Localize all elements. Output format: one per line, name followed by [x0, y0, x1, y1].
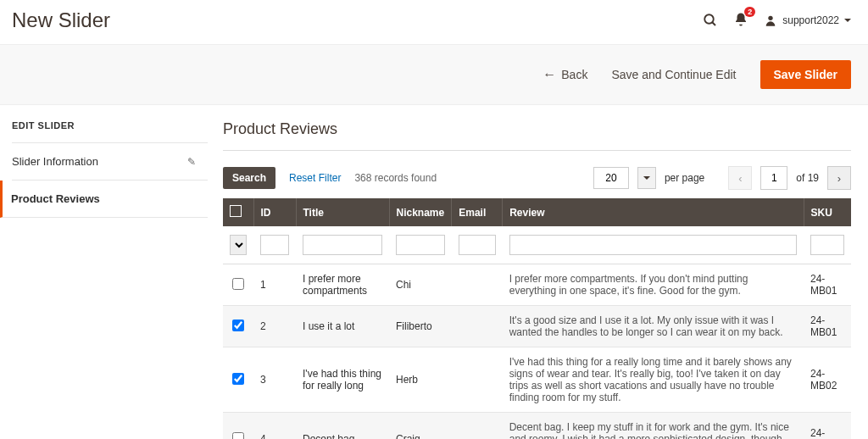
sidebar-item-slider-information[interactable]: Slider Information ✎: [12, 143, 208, 181]
cell-review: Decent bag. I keep my stuff in it for wo…: [503, 413, 804, 440]
user-name: support2022: [782, 14, 839, 26]
cell-id: 2: [253, 306, 296, 347]
cell-sku: 24-MB02: [804, 413, 851, 440]
filter-title-input[interactable]: [303, 235, 382, 255]
cell-nickname: Filiberto: [389, 306, 452, 347]
sidebar-item-product-reviews[interactable]: Product Reviews: [0, 181, 208, 218]
table-row[interactable]: 2I use it a lotFilibertoIt's a good size…: [223, 306, 851, 347]
filter-review-input[interactable]: [509, 235, 797, 255]
reset-filter-link[interactable]: Reset Filter: [289, 172, 341, 184]
cell-title: I use it a lot: [296, 306, 389, 347]
cell-nickname: Herb: [389, 347, 452, 413]
per-page-label: per page: [665, 172, 704, 184]
col-header-nickname[interactable]: Nickname: [389, 198, 452, 226]
filter-row: Any: [223, 226, 851, 264]
cell-sku: 24-MB01: [804, 306, 851, 347]
chevron-right-icon: ›: [837, 172, 841, 185]
search-button[interactable]: Search: [223, 167, 275, 189]
cell-sku: 24-MB02: [804, 347, 851, 413]
chevron-left-icon: ‹: [738, 172, 742, 185]
cell-title: Decent bag: [296, 413, 389, 440]
sidebar-item-label: Product Reviews: [11, 192, 100, 205]
col-header-checkbox[interactable]: [223, 198, 253, 226]
cell-email: [452, 306, 503, 347]
current-page-input[interactable]: [760, 166, 787, 190]
user-icon: [764, 14, 777, 27]
per-page-dropdown[interactable]: [637, 167, 656, 189]
cell-email: [452, 264, 503, 306]
svg-point-2: [769, 16, 773, 20]
col-header-sku[interactable]: SKU: [804, 198, 851, 226]
cell-review: I prefer more compartments. If you don't…: [503, 264, 804, 306]
table-row[interactable]: 4Decent bagCraigDecent bag. I keep my st…: [223, 413, 851, 440]
next-page-button[interactable]: ›: [827, 166, 851, 190]
page-title: New Slider: [12, 8, 110, 32]
cell-review: I've had this thing for a really long ti…: [503, 347, 804, 413]
cell-id: 3: [253, 347, 296, 413]
pencil-icon: ✎: [187, 156, 196, 168]
cell-nickname: Craig: [389, 413, 452, 440]
cell-review: It's a good size and I use it a lot. My …: [503, 306, 804, 347]
table-row[interactable]: 3I've had this thing for really longHerb…: [223, 347, 851, 413]
user-menu[interactable]: support2022: [764, 14, 851, 27]
cell-email: [452, 347, 503, 413]
section-title: Product Reviews: [223, 120, 851, 151]
svg-point-0: [705, 14, 715, 24]
filter-checkbox-select[interactable]: Any: [230, 235, 247, 255]
back-button[interactable]: ← Back: [542, 67, 587, 82]
sidebar-heading: EDIT SLIDER: [12, 120, 208, 143]
total-pages-label: of 19: [796, 172, 819, 184]
notif-count-badge: 2: [744, 7, 755, 17]
col-header-id[interactable]: ID: [253, 198, 296, 226]
prev-page-button[interactable]: ‹: [728, 166, 752, 190]
arrow-left-icon: ←: [542, 67, 556, 82]
save-slider-button[interactable]: Save Slider: [760, 60, 852, 89]
cell-nickname: Chi: [389, 264, 452, 306]
filter-nickname-input[interactable]: [396, 235, 445, 255]
col-header-email[interactable]: Email: [452, 198, 503, 226]
search-icon[interactable]: [703, 13, 718, 28]
cell-email: [452, 413, 503, 440]
cell-title: I prefer more compartments: [296, 264, 389, 306]
table-row[interactable]: 1I prefer more compartmentsChiI prefer m…: [223, 264, 851, 306]
chevron-down-icon: [844, 19, 851, 22]
svg-line-1: [713, 22, 716, 25]
back-label: Back: [561, 68, 587, 81]
cell-sku: 24-MB01: [804, 264, 851, 306]
col-header-review[interactable]: Review: [503, 198, 804, 226]
reviews-table: ID Title Nickname Email Review SKU Any: [223, 198, 851, 439]
save-continue-button[interactable]: Save and Continue Edit: [611, 68, 736, 81]
row-checkbox[interactable]: [232, 373, 244, 385]
chevron-down-icon: [643, 176, 650, 180]
row-checkbox[interactable]: [232, 320, 244, 331]
cell-id: 4: [253, 413, 296, 440]
filter-sku-input[interactable]: [810, 235, 844, 255]
col-header-title[interactable]: Title: [296, 198, 389, 226]
row-checkbox[interactable]: [232, 432, 244, 440]
per-page-input[interactable]: [593, 167, 629, 189]
records-found-text: 368 records found: [354, 172, 437, 184]
filter-id-input[interactable]: [260, 235, 289, 255]
cell-title: I've had this thing for really long: [296, 347, 389, 413]
filter-email-input[interactable]: [459, 235, 496, 255]
sidebar-item-label: Slider Information: [12, 155, 98, 168]
notifications-icon[interactable]: 2: [733, 12, 748, 30]
row-checkbox[interactable]: [232, 278, 244, 290]
cell-id: 1: [253, 264, 296, 306]
